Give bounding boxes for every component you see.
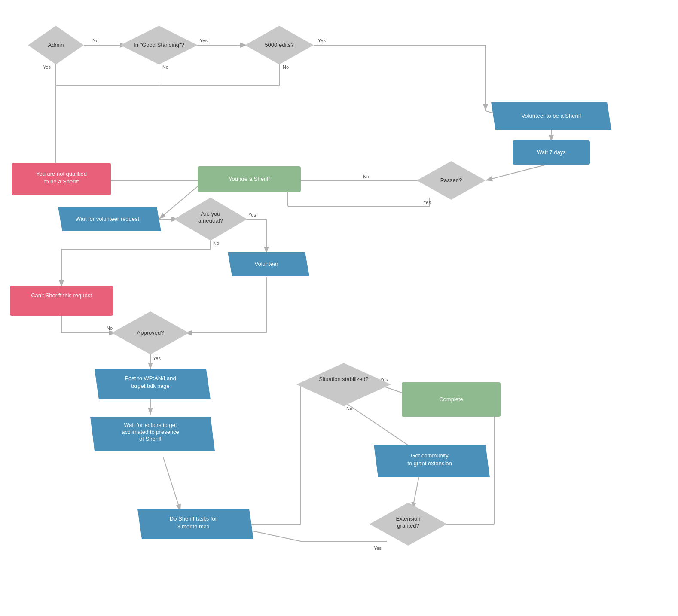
label-passed-no: No [363,174,369,179]
arrow-wait-passed [486,163,551,180]
node-wait7-label: Wait 7 days [537,149,566,156]
node-not-qualified: You are not qualified to be a Sheriff [12,163,111,195]
node-wait-7days: Wait 7 days [513,140,590,165]
node-situation-stabilized: Situation stabilized? [296,363,391,406]
label-stabilized-no: No [346,406,352,411]
node-ext-label1: Extension [396,515,420,522]
node-notqualified-label1: You are not qualified [36,171,87,177]
node-passed: Passed? [417,161,486,200]
label-edits-yes: Yes [318,38,326,43]
label-extension-yes: Yes [374,546,382,551]
node-complete-label: Complete [439,396,463,403]
node-extension-granted: Extension granted? [370,503,447,546]
node-post-label1: Post to WP:AN/I and [125,375,176,381]
node-get-community: Get community to grant extension [374,445,490,477]
svg-marker-17 [296,363,391,406]
node-waiteditors-label2: acclimated to presence [122,429,179,435]
label-passed-yes: Yes [423,200,431,205]
label-neutral-yes: Yes [248,212,256,217]
flowchart: No Yes Yes No No Yes No Yes Yes [0,0,678,616]
node-cant-sheriff: Can't Sheriff this request [10,286,113,316]
node-good-standing: In "Good Standing"? [120,26,198,64]
node-approved: Approved? [112,311,189,354]
node-post-wpan: Post to WP:AN/I and target talk page [95,369,211,399]
arrow-getcom-ext [412,477,419,509]
node-goodstanding-label: In "Good Standing"? [134,42,184,48]
svg-rect-12 [10,286,113,316]
node-volunteer-label: Volunteer [255,261,279,267]
node-admin: Admin [28,26,84,64]
node-notqualified-label2: to be a Sheriff [44,178,79,185]
node-sheriff-label: You are a Sheriff [229,176,270,182]
arrow-wait-dotasks [163,457,180,511]
label-admin-yes: Yes [43,64,51,70]
node-passed-label: Passed? [440,177,462,183]
label-admin-no: No [92,38,98,43]
node-neutral-label1: Are you [201,210,220,217]
label-neutral-no: No [213,241,219,246]
node-neutral-label2: a neutral? [198,217,223,224]
node-getcom-label2: to grant extension [407,460,452,467]
node-you-are-sheriff: You are a Sheriff [198,166,301,192]
node-are-you-neutral: Are you a neutral? [174,198,247,241]
node-cant-label1: Can't Sheriff this request [31,292,92,299]
node-getcom-label1: Get community [411,452,449,459]
node-waiteditors-label1: Wait for editors to get [124,422,177,428]
label-approved-no: No [107,326,113,331]
node-approved-label: Approved? [137,329,164,336]
label-approved-yes: Yes [153,356,161,361]
node-wait-editors: Wait for editors to get acclimated to pr… [90,417,215,451]
node-dotasks-label1: Do Sheriff tasks for [170,515,217,522]
node-admin-label: Admin [48,42,64,48]
node-edits-label: 5000 edits? [265,42,293,48]
node-waiteditors-label3: of Sheriff [139,436,162,442]
label-goodstanding-yes: Yes [200,38,208,43]
node-vol-sheriff-label: Volunteer to be a Sheriff [521,113,581,119]
node-dotasks-label2: 3 month max [177,523,210,530]
node-ext-label2: granted? [397,522,419,529]
node-wait-volunteer-req: Wait for volunteer request [58,207,161,231]
label-goodstanding-no: No [162,64,168,70]
node-do-sheriff-tasks: Do Sheriff tasks for 3 month max [137,509,253,539]
node-volunteer: Volunteer [228,252,309,276]
node-waitvol-label: Wait for volunteer request [76,216,140,222]
label-edits-no: No [283,64,289,70]
node-volunteer-sheriff: Volunteer to be a Sheriff [491,102,611,130]
node-sit-label1: Situation stabilized? [319,376,369,382]
node-5000-edits: 5000 edits? [245,26,314,64]
node-post-label2: target talk page [131,383,170,389]
node-complete: Complete [402,382,501,417]
